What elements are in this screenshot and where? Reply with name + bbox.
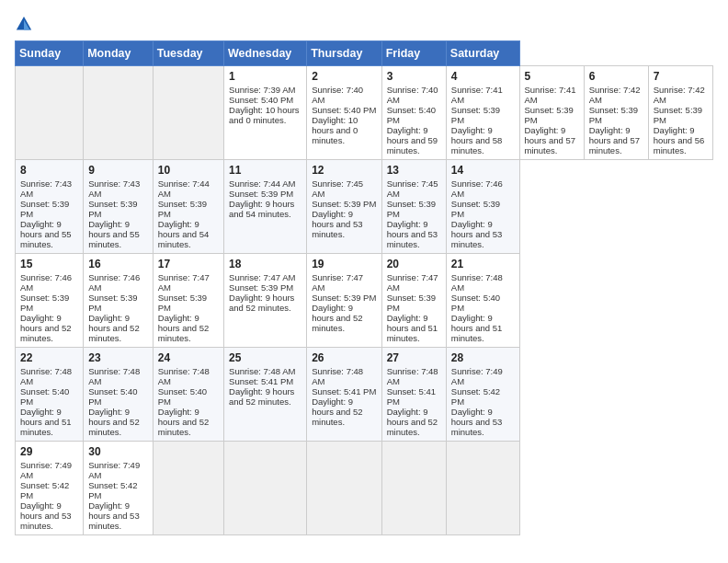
calendar-cell: 26Sunrise: 7:48 AMSunset: 5:41 PMDayligh… [307,348,382,442]
sunset-text: Sunset: 5:41 PM [312,386,377,396]
calendar-cell: 4Sunrise: 7:41 AMSunset: 5:39 PMDaylight… [446,66,519,160]
daylight-text: Daylight: 9 hours and 51 minutes. [387,313,441,343]
day-number: 29 [20,445,78,458]
day-number: 19 [312,258,377,270]
calendar-week-row: 1Sunrise: 7:39 AMSunset: 5:40 PMDaylight… [16,66,713,160]
day-number: 27 [387,351,441,364]
calendar-cell: 10Sunrise: 7:44 AMSunset: 5:39 PMDayligh… [153,160,223,254]
calendar-cell: 19Sunrise: 7:47 AMSunset: 5:39 PMDayligh… [307,254,382,348]
sunset-text: Sunset: 5:40 PM [229,95,301,105]
sunset-text: Sunset: 5:39 PM [654,105,708,125]
day-number: 7 [654,70,708,83]
daylight-text: Daylight: 9 hours and 53 minutes. [20,500,78,531]
sunset-text: Sunset: 5:39 PM [158,199,219,219]
calendar-cell: 11Sunrise: 7:44 AMSunset: 5:39 PMDayligh… [224,160,307,254]
day-number: 21 [451,258,515,270]
calendar-cell: 9Sunrise: 7:43 AMSunset: 5:39 PMDaylight… [84,160,154,254]
calendar-cell: 27Sunrise: 7:48 AMSunset: 5:41 PMDayligh… [381,348,446,442]
sunset-text: Sunset: 5:39 PM [451,199,515,219]
daylight-text: Daylight: 9 hours and 52 minutes. [312,396,377,427]
sunset-text: Sunset: 5:39 PM [312,199,377,209]
calendar-cell: 23Sunrise: 7:48 AMSunset: 5:40 PMDayligh… [84,348,154,442]
sunset-text: Sunset: 5:39 PM [158,293,219,313]
day-number: 18 [229,258,301,270]
day-number: 3 [387,70,441,83]
calendar-cell: 22Sunrise: 7:48 AMSunset: 5:40 PMDayligh… [16,348,84,442]
daylight-text: Daylight: 9 hours and 59 minutes. [387,125,441,155]
sunset-text: Sunset: 5:41 PM [229,376,301,386]
daylight-text: Daylight: 9 hours and 54 minutes. [158,219,219,249]
day-number: 17 [158,258,219,270]
sunrise-text: Sunrise: 7:48 AM [88,366,148,386]
calendar-table: SundayMondayTuesdayWednesdayThursdayFrid… [15,40,713,535]
calendar-cell: 18Sunrise: 7:47 AMSunset: 5:39 PMDayligh… [224,254,307,348]
calendar-header-friday: Friday [381,41,446,66]
sunrise-text: Sunrise: 7:47 AM [387,272,441,293]
day-number: 25 [229,351,301,364]
calendar-cell: 15Sunrise: 7:46 AMSunset: 5:39 PMDayligh… [16,254,84,348]
calendar-cell [16,66,84,160]
sunset-text: Sunset: 5:40 PM [312,105,377,115]
sunrise-text: Sunrise: 7:46 AM [20,272,78,293]
logo [15,15,37,35]
day-number: 5 [525,70,579,83]
daylight-text: Daylight: 9 hours and 51 minutes. [451,313,515,343]
day-number: 12 [312,164,377,177]
sunset-text: Sunset: 5:40 PM [158,386,219,407]
calendar-cell [381,442,446,535]
daylight-text: Daylight: 9 hours and 55 minutes. [20,219,78,249]
daylight-text: Daylight: 9 hours and 57 minutes. [525,125,579,155]
sunset-text: Sunset: 5:41 PM [387,386,441,407]
calendar-week-row: 15Sunrise: 7:46 AMSunset: 5:39 PMDayligh… [16,254,713,348]
calendar-header-row: SundayMondayTuesdayWednesdayThursdayFrid… [16,41,713,66]
sunrise-text: Sunrise: 7:44 AM [158,178,219,199]
header [15,15,713,35]
day-number: 1 [229,70,301,83]
calendar-cell: 28Sunrise: 7:49 AMSunset: 5:42 PMDayligh… [446,348,519,442]
sunset-text: Sunset: 5:40 PM [387,105,441,125]
daylight-text: Daylight: 9 hours and 52 minutes. [88,407,148,437]
sunrise-text: Sunrise: 7:42 AM [654,85,708,105]
calendar-cell [153,442,223,535]
sunrise-text: Sunrise: 7:49 AM [88,460,148,480]
sunrise-text: Sunrise: 7:41 AM [451,85,515,105]
calendar-cell: 29Sunrise: 7:49 AMSunset: 5:42 PMDayligh… [16,442,84,535]
sunrise-text: Sunrise: 7:48 AM [312,366,377,386]
calendar-cell: 13Sunrise: 7:45 AMSunset: 5:39 PMDayligh… [381,160,446,254]
day-number: 23 [88,351,148,364]
sunset-text: Sunset: 5:42 PM [88,480,148,500]
day-number: 13 [387,164,441,177]
calendar-header-wednesday: Wednesday [224,41,307,66]
sunset-text: Sunset: 5:40 PM [20,386,78,407]
calendar-cell: 30Sunrise: 7:49 AMSunset: 5:42 PMDayligh… [84,442,154,535]
daylight-text: Daylight: 9 hours and 56 minutes. [654,125,708,155]
calendar-cell: 5Sunrise: 7:41 AMSunset: 5:39 PMDaylight… [519,66,584,160]
day-number: 6 [589,70,643,83]
daylight-text: Daylight: 9 hours and 57 minutes. [589,125,643,155]
daylight-text: Daylight: 9 hours and 58 minutes. [451,125,515,155]
day-number: 16 [88,258,148,270]
sunrise-text: Sunrise: 7:46 AM [88,272,148,293]
calendar-cell: 14Sunrise: 7:46 AMSunset: 5:39 PMDayligh… [446,160,519,254]
sunrise-text: Sunrise: 7:47 AM [312,272,377,293]
calendar-cell: 3Sunrise: 7:40 AMSunset: 5:40 PMDaylight… [381,66,446,160]
sunrise-text: Sunrise: 7:48 AM [158,366,219,386]
sunset-text: Sunset: 5:42 PM [20,480,78,500]
calendar-header-saturday: Saturday [446,41,519,66]
calendar-week-row: 29Sunrise: 7:49 AMSunset: 5:42 PMDayligh… [16,442,713,535]
calendar-cell: 20Sunrise: 7:47 AMSunset: 5:39 PMDayligh… [381,254,446,348]
day-number: 30 [88,445,148,458]
calendar-header-thursday: Thursday [307,41,382,66]
sunrise-text: Sunrise: 7:46 AM [451,178,515,199]
day-number: 20 [387,258,441,270]
sunset-text: Sunset: 5:40 PM [451,293,515,313]
day-number: 9 [88,164,148,177]
sunrise-text: Sunrise: 7:43 AM [20,178,78,199]
daylight-text: Daylight: 9 hours and 53 minutes. [88,500,148,531]
logo-icon [15,15,33,35]
calendar-cell: 7Sunrise: 7:42 AMSunset: 5:39 PMDaylight… [648,66,712,160]
daylight-text: Daylight: 9 hours and 52 minutes. [312,303,377,333]
sunset-text: Sunset: 5:39 PM [229,189,301,199]
calendar-cell: 25Sunrise: 7:48 AMSunset: 5:41 PMDayligh… [224,348,307,442]
sunset-text: Sunset: 5:39 PM [88,199,148,219]
